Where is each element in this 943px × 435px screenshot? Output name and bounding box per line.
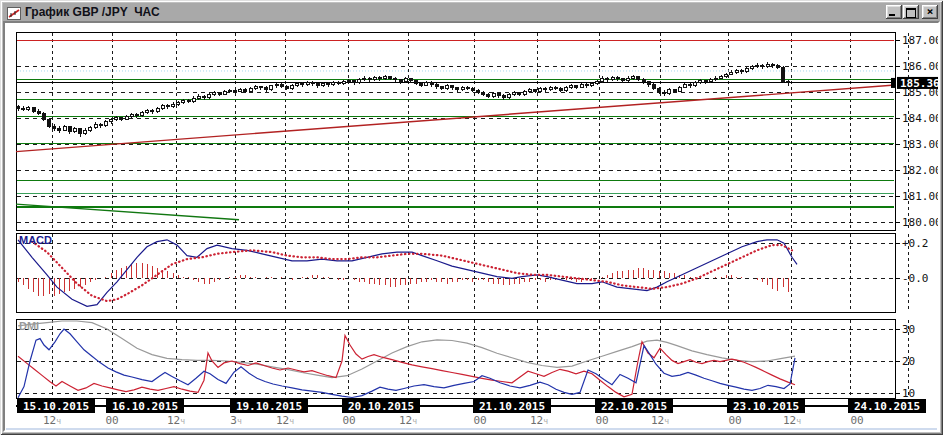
dmi-axis-label: 10: [902, 387, 915, 400]
date-label: 24.10.2015: [854, 400, 920, 413]
date-label: 20.10.2015: [348, 400, 414, 413]
date-label: 21.10.2015: [479, 400, 545, 413]
date-label: 19.10.2015: [236, 400, 302, 413]
chart-area: MACDDMI187.00186.00185.00184.00183.00182…: [3, 21, 940, 432]
title-bar[interactable]: График GBP /JPY ЧАС ×: [3, 3, 940, 21]
price-axis-label: 181.00: [902, 190, 938, 203]
current-price-label: 185.36: [900, 77, 938, 90]
maximize-icon: [906, 8, 916, 18]
time-label: 00: [473, 414, 486, 427]
dmi-label: DMI: [19, 320, 39, 332]
macd-axis-label: -0.0: [902, 272, 929, 285]
time-label: 00: [342, 414, 355, 427]
date-label: 22.10.2015: [601, 400, 667, 413]
date-label: 15.10.2015: [23, 400, 89, 413]
price-pane[interactable]: [16, 32, 895, 230]
date-label: 23.10.2015: [733, 400, 799, 413]
price-axis-label: 187.00: [902, 34, 938, 47]
price-axis-label: 184.00: [902, 112, 938, 125]
close-button[interactable]: ×: [922, 5, 938, 19]
macd-label: MACD: [19, 234, 52, 246]
dmi-pane[interactable]: [16, 319, 895, 398]
time-label: 00: [850, 414, 863, 427]
chart-window: График GBP /JPY ЧАС × MACDDMI187.00186.0…: [0, 0, 943, 435]
time-label: 00: [595, 414, 608, 427]
minimize-icon: [889, 14, 895, 16]
macd-axis-label: +0.2: [902, 237, 929, 250]
window-controls: ×: [885, 5, 938, 19]
close-icon: ×: [927, 5, 934, 18]
date-label: 16.10.2015: [112, 400, 178, 413]
price-axis-label: 183.00: [902, 138, 938, 151]
chart-icon[interactable]: [7, 6, 21, 19]
maximize-button[interactable]: [903, 5, 919, 19]
price-axis-label: 186.00: [902, 60, 938, 73]
time-label: 00: [105, 414, 118, 427]
window-title: График GBP /JPY ЧАС: [25, 5, 160, 19]
price-axis-label: 180.00: [902, 216, 938, 229]
bottom-strip: [6, 428, 937, 430]
chart-canvas[interactable]: MACDDMI187.00186.00185.00184.00183.00182…: [5, 23, 938, 430]
dmi-axis-label: 20: [902, 355, 915, 368]
price-axis-label: 182.00: [902, 164, 938, 177]
minimize-button[interactable]: [886, 5, 902, 19]
macd-pane[interactable]: [16, 233, 895, 312]
time-label: 00: [728, 414, 741, 427]
dmi-axis-label: 30: [902, 323, 915, 336]
